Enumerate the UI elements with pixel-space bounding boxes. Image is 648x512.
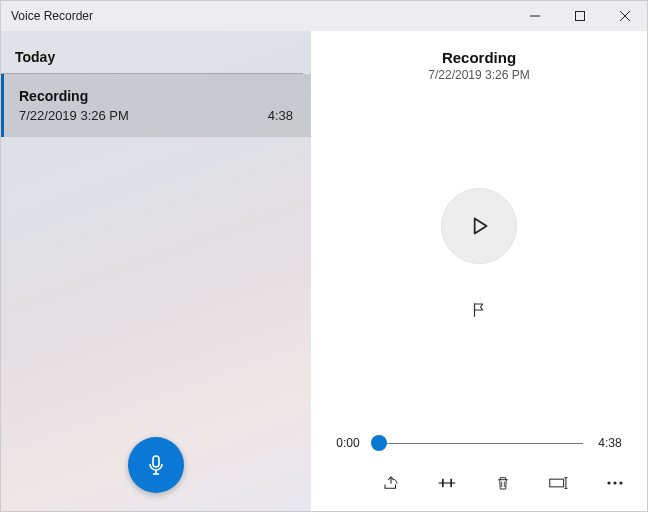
close-button[interactable]	[602, 1, 647, 31]
share-icon	[382, 474, 400, 492]
seek-thumb[interactable]	[371, 435, 387, 451]
svg-point-19	[607, 481, 610, 484]
delete-button[interactable]	[489, 469, 517, 497]
app-body: Today Recording 7/22/2019 3:26 PM 4:38	[1, 31, 647, 511]
share-button[interactable]	[377, 469, 405, 497]
playback-position: 0:00	[331, 436, 365, 450]
recording-list-item[interactable]: Recording 7/22/2019 3:26 PM 4:38	[1, 74, 311, 137]
detail-toolbar	[311, 461, 647, 511]
microphone-icon	[144, 453, 168, 477]
seek-slider[interactable]	[375, 433, 583, 453]
svg-rect-11	[442, 479, 444, 487]
recordings-sidebar: Today Recording 7/22/2019 3:26 PM 4:38	[1, 31, 311, 511]
seek-track	[375, 443, 583, 444]
add-marker-button[interactable]	[461, 292, 497, 328]
recording-duration: 4:38	[268, 108, 293, 123]
svg-point-21	[619, 481, 622, 484]
playback-duration: 4:38	[593, 436, 627, 450]
section-header-today: Today	[1, 31, 303, 74]
close-icon	[620, 11, 630, 21]
recording-datetime: 7/22/2019 3:26 PM	[19, 108, 129, 123]
record-button[interactable]	[128, 437, 184, 493]
svg-rect-4	[153, 456, 159, 467]
minimize-button[interactable]	[512, 1, 557, 31]
play-icon	[466, 213, 492, 239]
flag-icon	[470, 301, 488, 319]
rename-button[interactable]	[545, 469, 573, 497]
svg-marker-7	[475, 218, 487, 233]
maximize-button[interactable]	[557, 1, 602, 31]
trim-button[interactable]	[433, 469, 461, 497]
playback-timeline: 0:00 4:38	[311, 433, 647, 461]
app-window: Voice Recorder Today Recording 7/22/2019…	[0, 0, 648, 512]
rename-icon	[549, 475, 569, 491]
svg-rect-15	[550, 479, 564, 487]
svg-point-20	[613, 481, 616, 484]
trim-icon	[437, 474, 457, 492]
maximize-icon	[575, 11, 585, 21]
window-title: Voice Recorder	[11, 9, 93, 23]
recording-title: Recording	[19, 88, 293, 104]
more-button[interactable]	[601, 469, 629, 497]
detail-title: Recording	[442, 49, 516, 66]
play-area	[311, 82, 647, 433]
play-button[interactable]	[441, 188, 517, 264]
titlebar: Voice Recorder	[1, 1, 647, 31]
minimize-icon	[530, 11, 540, 21]
more-icon	[606, 480, 624, 486]
detail-subtitle: 7/22/2019 3:26 PM	[428, 68, 529, 82]
svg-rect-12	[450, 479, 452, 487]
detail-pane: Recording 7/22/2019 3:26 PM 0:00 4:38	[311, 31, 647, 511]
trash-icon	[495, 474, 511, 492]
svg-rect-1	[575, 12, 584, 21]
